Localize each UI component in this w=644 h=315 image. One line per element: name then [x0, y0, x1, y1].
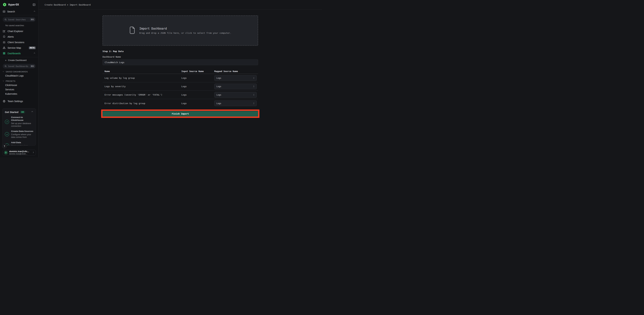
- gear-icon: [3, 100, 6, 103]
- table-row: Logs by severity Logs Logs: [102, 82, 258, 91]
- sidebar-preset-services[interactable]: Services: [0, 87, 38, 92]
- saved-dashboards-placeholder: Saved Dashboards: [8, 65, 29, 68]
- check-circle-icon: [5, 120, 9, 124]
- table-row: Log volume by log group Logs Logs: [102, 74, 258, 82]
- import-dashboard-panel: Import Dashboard Drag and drop a JSON fi…: [102, 16, 258, 118]
- sidebar-item-label: Dashboards: [8, 52, 21, 55]
- unfold-icon: [253, 85, 255, 88]
- sidebar-item-team-settings[interactable]: Team Settings: [0, 98, 38, 104]
- sidebar-preset-kubernetes[interactable]: Kubernetes: [0, 92, 38, 96]
- chart-name-cell: Error messages (severity 'ERROR' or 'FAT…: [102, 94, 179, 96]
- saved-dashboards-input[interactable]: Saved Dashboards ⌘K: [3, 64, 36, 69]
- task-subtitle: Start sending logs, metrics, or traces: [11, 144, 34, 146]
- chevron-up-icon[interactable]: [34, 10, 36, 13]
- selected-value: Logs: [216, 85, 253, 88]
- shortcut-badge: ⌘K: [30, 18, 35, 21]
- sidebar-dashboard-cloudwatch-logs[interactable]: CloudWatch Logs: [0, 74, 38, 78]
- mapped-source-select[interactable]: Logs: [214, 100, 257, 106]
- sidebar-collapse-icon[interactable]: [32, 3, 36, 6]
- sidebar-item-alerts[interactable]: Alerts: [0, 34, 38, 40]
- chevron-up-icon[interactable]: [34, 52, 36, 55]
- hyperdx-logo-icon: [3, 3, 6, 7]
- sidebar-item-label: Alerts: [8, 36, 14, 38]
- create-dashboard-button[interactable]: + Create Dashboard: [0, 57, 38, 63]
- help-button[interactable]: ?: [2, 144, 7, 148]
- section-saved-dashboards[interactable]: SAVED DASHBOARDS: [0, 69, 38, 74]
- user-menu[interactable]: D dominic.tran@clic... dominic.tran@clic…: [2, 150, 36, 155]
- file-icon: [129, 26, 135, 35]
- check-circle-icon: [5, 132, 9, 136]
- app-title: HyperDX: [8, 3, 19, 6]
- search-section-label: Search: [7, 10, 15, 13]
- sidebar-section-search[interactable]: Search: [0, 9, 38, 15]
- service-map-icon: [3, 46, 6, 49]
- unfold-icon: [253, 102, 255, 104]
- unfold-icon: [253, 94, 255, 96]
- search-icon: [4, 19, 7, 21]
- chart-name-cell: Log volume by log group: [102, 77, 179, 79]
- sidebar-item-label: Service Map: [8, 47, 21, 49]
- step-label: Step 2: Map Data: [102, 50, 258, 53]
- chart-explorer-icon: [3, 30, 6, 33]
- input-source-cell: Logs: [179, 85, 212, 88]
- logo-row: HyperDX: [0, 0, 38, 9]
- chevron-right-icon: [32, 151, 34, 154]
- section-presets[interactable]: PRESETS: [0, 78, 38, 83]
- chevron-up-icon[interactable]: [31, 111, 34, 114]
- chart-name-cell: Error distribution by log group: [102, 102, 179, 105]
- chevron-down-icon: [2, 80, 4, 82]
- sidebar: HyperDX Search Saved Searches ⌘K No save…: [0, 0, 38, 158]
- sidebar-item-service-map[interactable]: Service Map BETA: [0, 45, 38, 51]
- sidebar-item-label: Chart Explorer: [8, 30, 23, 33]
- dashboards-icon: [3, 52, 6, 55]
- task-title: Connect to ClickHouse: [11, 116, 34, 122]
- get-started-progress-badge: 3/3: [20, 111, 25, 114]
- task-create-data-sources[interactable]: Create Data Sources Configure where your…: [5, 130, 34, 139]
- search-panel-icon: [3, 10, 5, 13]
- sidebar-item-dashboards[interactable]: Dashboards: [0, 51, 38, 56]
- json-dropzone[interactable]: Import Dashboard Drag and drop a JSON fi…: [102, 16, 258, 46]
- mapped-source-select[interactable]: Logs: [214, 84, 257, 89]
- selected-value: Logs: [216, 94, 253, 96]
- task-add-data[interactable]: Add Data Start sending logs, metrics, or…: [5, 141, 34, 146]
- sidebar-preset-clickhouse[interactable]: ClickHouse: [0, 83, 38, 87]
- no-saved-searches-text: No saved searches: [0, 22, 38, 28]
- chart-name-cell: Logs by severity: [102, 85, 179, 88]
- dashboard-name-input[interactable]: [102, 60, 258, 65]
- breadcrumb: Create Dashboard > Import Dashboard: [45, 4, 90, 6]
- get-started-card: Get Started 3/3 Connect to ClickHouse Se…: [2, 108, 36, 146]
- user-name: dominic.tran@clic...: [9, 150, 31, 153]
- team-settings-label: Team Settings: [8, 100, 23, 103]
- task-connect-clickhouse[interactable]: Connect to ClickHouse Set up your databa…: [5, 116, 34, 127]
- section-title: SAVED DASHBOARDS: [6, 71, 28, 73]
- finish-import-button[interactable]: Finish Import: [102, 111, 258, 117]
- annotation-highlight-box: Finish Import: [101, 110, 260, 118]
- shortcut-badge: ⌘K: [30, 65, 35, 68]
- beta-badge: BETA: [29, 47, 36, 49]
- sidebar-item-chart-explorer[interactable]: Chart Explorer: [0, 28, 38, 34]
- sidebar-item-client-sessions[interactable]: Client Sessions: [0, 40, 38, 45]
- unfold-icon: [253, 77, 255, 79]
- input-source-cell: Logs: [179, 102, 212, 105]
- user-email: dominic.tran@clickh...: [9, 153, 31, 155]
- column-header-input-source: Input Source Name: [179, 70, 212, 73]
- task-title: Add Data: [11, 141, 34, 144]
- get-started-header[interactable]: Get Started 3/3: [5, 111, 34, 114]
- mapped-source-select[interactable]: Logs: [214, 75, 257, 81]
- saved-searches-input[interactable]: Saved Searches ⌘K: [3, 17, 36, 22]
- saved-searches-placeholder: Saved Searches: [8, 18, 29, 21]
- mapped-source-select[interactable]: Logs: [214, 92, 257, 98]
- laptop-icon: [3, 41, 6, 44]
- section-title: PRESETS: [6, 80, 16, 82]
- selected-value: Logs: [216, 77, 253, 79]
- sidebar-item-label: Client Sessions: [8, 41, 24, 44]
- input-source-cell: Logs: [179, 94, 212, 96]
- search-icon: [4, 65, 7, 67]
- dashboard-name-label: Dashboard Name: [102, 56, 258, 58]
- dropzone-title: Import Dashboard: [140, 27, 232, 30]
- table-row: Error messages (severity 'ERROR' or 'FAT…: [102, 91, 258, 99]
- plus-icon: +: [5, 59, 6, 62]
- table-row: Error distribution by log group Logs Log…: [102, 99, 258, 108]
- dropzone-subtitle: Drag and drop a JSON file here, or click…: [140, 32, 232, 34]
- avatar: D: [4, 151, 8, 155]
